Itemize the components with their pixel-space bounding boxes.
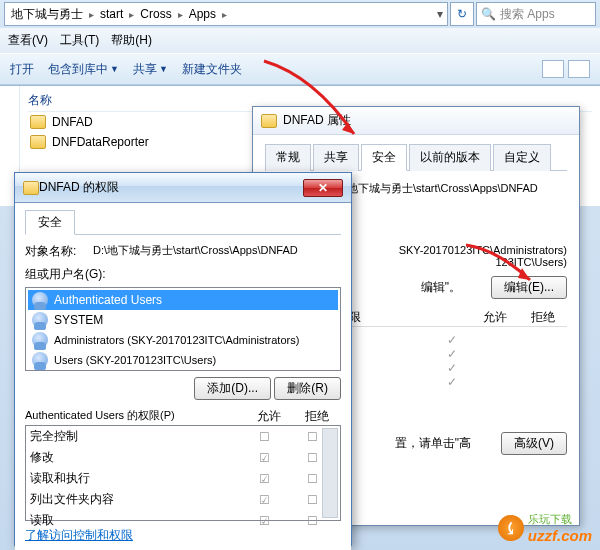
allow-checkbox[interactable]: ☑ <box>240 493 288 507</box>
folder-icon <box>30 135 46 149</box>
scrollbar[interactable] <box>322 428 338 518</box>
tab-custom[interactable]: 自定义 <box>493 144 551 171</box>
tab-strip: 安全 <box>25 209 341 235</box>
menu-view[interactable]: 查看(V) <box>8 32 48 49</box>
allow-checkbox[interactable]: ☑ <box>240 451 288 465</box>
edit-button[interactable]: 编辑(E)... <box>491 276 567 299</box>
breadcrumb: 地下城与勇士▸ start▸ Cross▸ Apps▸ ▾ ↻ 🔍 搜索 App… <box>0 0 600 28</box>
menu-tools[interactable]: 工具(T) <box>60 32 99 49</box>
group-label: 组或用户名(G): <box>25 266 341 283</box>
perm-row: 修改☑☐ <box>26 447 340 468</box>
user-item[interactable]: Administrators (SKY-20170123ITC\Administ… <box>28 330 338 350</box>
permissions-list: 完全控制☐☐ 修改☑☐ 读取和执行☑☐ 列出文件夹内容☑☐ 读取☑☐ <box>25 425 341 521</box>
tab-share[interactable]: 共享 <box>313 144 359 171</box>
tab-strip: 常规 共享 安全 以前的版本 自定义 <box>265 143 567 171</box>
tb-newfolder[interactable]: 新建文件夹 <box>182 61 242 78</box>
allow-checkbox[interactable]: ☑ <box>240 472 288 486</box>
tab-security[interactable]: 安全 <box>361 144 407 171</box>
tab-security[interactable]: 安全 <box>25 210 75 235</box>
tb-include[interactable]: 包含到库中 ▼ <box>48 61 119 78</box>
bc-seg[interactable]: Cross <box>138 7 173 21</box>
allow-checkbox[interactable]: ☑ <box>240 514 288 528</box>
address-bar[interactable]: 地下城与勇士▸ start▸ Cross▸ Apps▸ ▾ <box>4 2 448 26</box>
user-list[interactable]: Authenticated Users SYSTEM Administrator… <box>25 287 341 371</box>
view-options-button[interactable] <box>568 60 590 78</box>
menu-help[interactable]: 帮助(H) <box>111 32 152 49</box>
search-input[interactable]: 🔍 搜索 Apps <box>476 2 596 26</box>
obj-name-label: 对象名称: <box>25 243 85 260</box>
folder-icon <box>23 181 39 195</box>
folder-icon <box>30 115 46 129</box>
users-icon <box>32 312 48 328</box>
allow-checkbox[interactable]: ☐ <box>240 430 288 444</box>
remove-button[interactable]: 删除(R) <box>274 377 341 400</box>
toolbar: 打开 包含到库中 ▼ 共享 ▼ 新建文件夹 <box>0 53 600 85</box>
tb-share[interactable]: 共享 ▼ <box>133 61 168 78</box>
perm-row: 列出文件夹内容☑☐ <box>26 489 340 510</box>
perm-row: 读取☑☐ <box>26 510 340 531</box>
obj-path: D:\地下城与勇士\start\Cross\Apps\DNFAD <box>93 243 298 260</box>
menubar: 查看(V) 工具(T) 帮助(H) <box>0 28 600 53</box>
perm-row: 读取和执行☑☐ <box>26 468 340 489</box>
tab-general[interactable]: 常规 <box>265 144 311 171</box>
dialog-titlebar[interactable]: DNFAD 的权限 ✕ <box>15 173 351 203</box>
perm-row: 完全控制☐☐ <box>26 426 340 447</box>
tab-prev[interactable]: 以前的版本 <box>409 144 491 171</box>
advanced-button[interactable]: 高级(V) <box>501 432 567 455</box>
tb-open[interactable]: 打开 <box>10 61 34 78</box>
refresh-button[interactable]: ↻ <box>450 2 474 26</box>
folder-icon <box>261 114 277 128</box>
obj-path: D:\地下城与勇士\start\Cross\Apps\DNFAD <box>333 181 538 198</box>
user-item[interactable]: Users (SKY-20170123ITC\Users) <box>28 350 338 370</box>
user-item[interactable]: Authenticated Users <box>28 290 338 310</box>
add-button[interactable]: 添加(D)... <box>194 377 271 400</box>
bc-seg[interactable]: 地下城与勇士 <box>9 6 85 23</box>
view-mode-button[interactable] <box>542 60 564 78</box>
users-icon <box>32 352 48 368</box>
bc-seg[interactable]: Apps <box>187 7 218 21</box>
watermark: ⤹ 乐玩下载 uzzf.com <box>498 512 592 544</box>
bc-seg[interactable]: start <box>98 7 125 21</box>
close-button[interactable]: ✕ <box>303 179 343 197</box>
search-icon: 🔍 <box>481 7 496 21</box>
users-icon <box>32 292 48 308</box>
permissions-dialog: DNFAD 的权限 ✕ 安全 对象名称: D:\地下城与勇士\start\Cro… <box>14 172 352 546</box>
dialog-titlebar[interactable]: DNFAD 属性 <box>253 107 579 135</box>
logo-icon: ⤹ <box>498 515 524 541</box>
user-item[interactable]: SYSTEM <box>28 310 338 330</box>
users-icon <box>32 332 48 348</box>
